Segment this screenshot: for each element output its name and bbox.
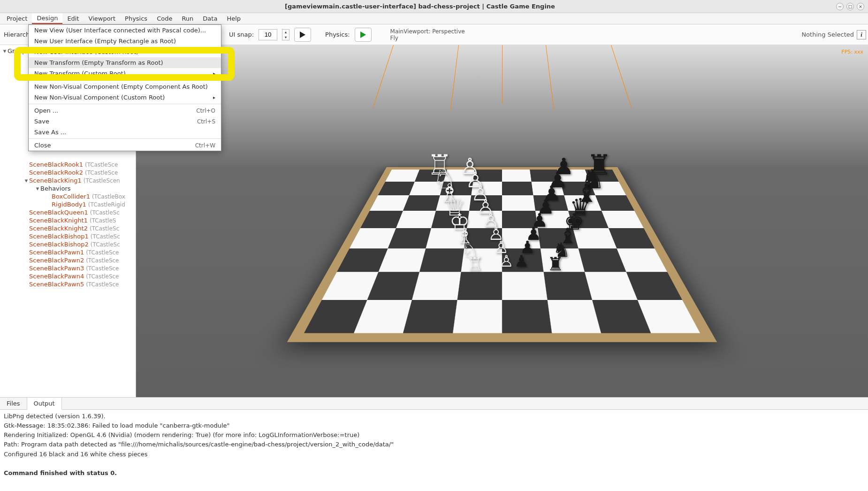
minimize-button[interactable]: − — [836, 3, 844, 10]
tree-item-name: SceneBlackPawn4 — [29, 273, 84, 280]
menu-item-label: New Transform (Custom Root) — [34, 70, 126, 77]
selection-info: Nothing Selected — [801, 31, 854, 38]
chess-piece: ♙ — [499, 252, 513, 270]
menu-item[interactable]: CloseCtrl+W — [29, 140, 221, 151]
menu-item-label: New Non-Visual Component (Custom Root) — [34, 94, 165, 101]
tree-item-name: SceneBlackQueen1 — [29, 209, 88, 216]
tree-item[interactable]: ▾SceneBlackKing1(TCastleScen — [1, 176, 135, 184]
ui-snap-input[interactable] — [259, 29, 277, 40]
bottom-tabs: FilesOutput — [0, 398, 868, 410]
play-green-icon — [359, 31, 367, 38]
tree-item-type: (TCastleSc — [90, 225, 119, 232]
menu-design[interactable]: Design — [32, 13, 62, 24]
viewport-3d[interactable]: FPS: xxx ♖♙♘♙♗♙♕♙♔♙♗♙♘♙♖♙♜♟♞♟♝♟♛♟♚♟♝♟♞♟♜… — [136, 45, 868, 397]
menu-item-label: Save — [34, 118, 49, 125]
chess-piece: ♖ — [466, 253, 483, 275]
menu-edit[interactable]: Edit — [62, 14, 84, 23]
physics-label: Physics: — [325, 31, 350, 38]
tree-item-type: (TCastleBox — [92, 193, 125, 200]
tree-item-name: SceneBlackKnight2 — [29, 225, 88, 232]
menu-item[interactable]: Open ...Ctrl+O — [29, 105, 221, 116]
menu-item[interactable]: New User Interface (Empty Rectangle as R… — [29, 36, 221, 46]
viewport-info: MainViewport: Perspective Fly — [390, 28, 465, 41]
output-line: Path: Program data path detected as "fil… — [4, 440, 864, 449]
menu-shortcut: Ctrl+S — [197, 118, 215, 125]
menu-item-label: New User Interface (Empty Rectangle as R… — [34, 38, 176, 45]
fps-label: FPS: xxx — [841, 49, 863, 55]
play-button[interactable] — [294, 28, 311, 42]
tree-item[interactable]: SceneBlackPawn3(TCastleSce — [1, 264, 135, 272]
menubar: ProjectDesignEditViewportPhysicsCodeRunD… — [0, 13, 868, 24]
tab-output[interactable]: Output — [27, 398, 62, 410]
tree-item[interactable]: SceneBlackPawn2(TCastleSce — [1, 256, 135, 264]
spin-down[interactable]: ▾ — [282, 35, 289, 40]
tree-item[interactable]: SceneBlackKnight2(TCastleSc — [1, 224, 135, 232]
menu-item-label: Close — [34, 142, 51, 149]
menu-project[interactable]: Project — [2, 14, 32, 23]
menu-physics[interactable]: Physics — [120, 14, 152, 23]
physics-play-button[interactable] — [355, 28, 372, 42]
menu-item[interactable]: New View (User Interface connected with … — [29, 25, 221, 36]
tree-item[interactable]: SceneBlackPawn1(TCastleSce — [1, 248, 135, 256]
output-line: Configured 16 black and 16 white chess p… — [4, 450, 864, 459]
menu-viewport[interactable]: Viewport — [84, 14, 121, 23]
menu-item[interactable]: New Transform (Custom Root)▸ — [29, 68, 221, 79]
camera-frustum-lines — [230, 45, 774, 111]
menu-separator — [29, 80, 221, 80]
tree-item[interactable]: SceneBlackPawn4(TCastleSce — [1, 272, 135, 280]
menu-item[interactable]: New User Interface (Custom Root)▸ — [29, 46, 221, 57]
submenu-arrow-icon: ▸ — [213, 71, 215, 76]
tree-item[interactable]: ▾Behaviors — [1, 184, 135, 192]
menu-help[interactable]: Help — [222, 14, 245, 23]
tree-item[interactable]: SceneBlackBishop2(TCastleSc — [1, 240, 135, 248]
menu-code[interactable]: Code — [152, 14, 177, 23]
tree-item-name: RigidBody1 — [52, 201, 86, 208]
menu-item-label: Save As ... — [34, 129, 66, 136]
menu-separator — [29, 104, 221, 104]
maximize-button[interactable]: □ — [846, 3, 854, 10]
menu-item-label: New User Interface (Custom Root) — [34, 48, 138, 55]
menu-item[interactable]: New Transform (Empty Transform as Root) — [29, 57, 221, 68]
tree-item[interactable]: SceneBlackRook1(TCastleSce — [1, 161, 135, 169]
window-controls: − □ × — [836, 3, 864, 10]
tree-item-type: (TCastleSce — [85, 169, 118, 176]
output-log[interactable]: LibPng detected (version 1.6.39).Gtk-Mes… — [0, 410, 868, 491]
tree-item[interactable]: SceneBlackQueen1(TCastleSc — [1, 208, 135, 216]
tree-item-type: (TCastleSce — [86, 281, 119, 288]
menu-item-label: New View (User Interface connected with … — [34, 27, 206, 34]
menu-item[interactable]: Save As ... — [29, 127, 221, 138]
tree-item[interactable]: BoxCollider1(TCastleBox — [1, 192, 135, 200]
tree-item-name: SceneBlackPawn3 — [29, 265, 84, 272]
tree-item-name: SceneBlackKing1 — [29, 177, 82, 184]
info-icon[interactable]: i — [857, 30, 866, 39]
tree-item[interactable]: SceneBlackKnight1(TCastleS — [1, 216, 135, 224]
tree-item[interactable]: SceneBlackPawn5(TCastleSce — [1, 280, 135, 288]
bottom-panel: FilesOutput LibPng detected (version 1.6… — [0, 397, 868, 491]
tree-item-name: SceneBlackPawn2 — [29, 257, 84, 264]
output-line: Gtk-Message: 18:35:02.386: Failed to loa… — [4, 421, 864, 430]
close-button[interactable]: × — [857, 3, 864, 10]
output-line: LibPng detected (version 1.6.39). — [4, 412, 864, 421]
tree-item[interactable]: RigidBody1(TCastleRigid — [1, 200, 135, 208]
menu-separator — [29, 138, 221, 139]
svg-marker-0 — [300, 31, 305, 38]
tree-item-name: SceneBlackPawn5 — [29, 281, 84, 288]
menu-run[interactable]: Run — [177, 14, 198, 23]
tree-item-type: (TCastleSce — [86, 273, 119, 280]
tree-item-type: (TCastleSce — [85, 161, 118, 168]
tree-item[interactable]: SceneBlackRook2(TCastleSce — [1, 169, 135, 176]
tree-item-name: SceneBlackPawn1 — [29, 249, 84, 256]
output-line: Rendering Initialized: OpenGL 4.6 (Nvidi… — [4, 430, 864, 440]
menu-item[interactable]: New Non-Visual Component (Custom Root)▸ — [29, 92, 221, 103]
tree-item[interactable]: SceneBlackBishop1(TCastleSc — [1, 232, 135, 240]
spin-up[interactable]: ▴ — [282, 30, 289, 35]
tree-item-type: (TCastleSc — [90, 209, 120, 216]
play-icon — [299, 31, 306, 38]
menu-item[interactable]: SaveCtrl+S — [29, 116, 221, 127]
menu-item-label: New Transform (Empty Transform as Root) — [34, 59, 163, 66]
window-titlebar: [gameviewmain.castle-user-interface] bad… — [0, 0, 868, 13]
tree-item-name: BoxCollider1 — [52, 193, 90, 200]
menu-data[interactable]: Data — [198, 14, 222, 23]
menu-item[interactable]: New Non-Visual Component (Empty Componen… — [29, 81, 221, 92]
tab-files[interactable]: Files — [0, 398, 27, 409]
